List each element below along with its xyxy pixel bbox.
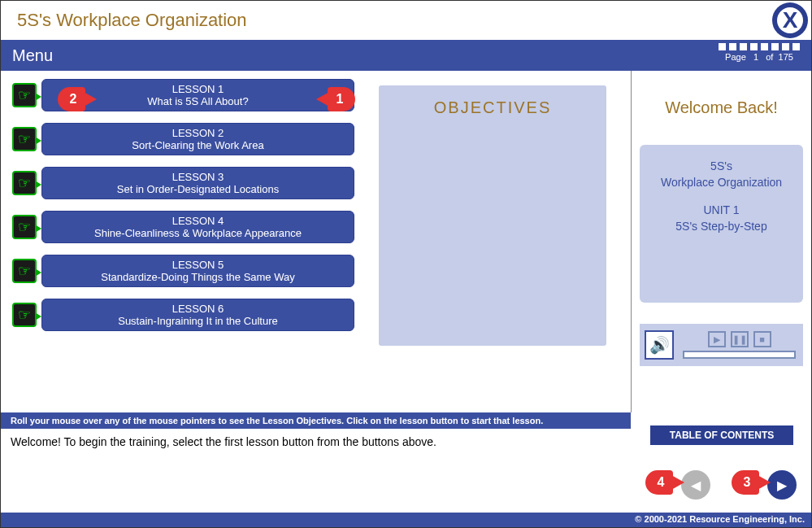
callout-3: 3 bbox=[732, 470, 759, 495]
close-icon: X bbox=[772, 2, 808, 38]
lesson-row-2: ☞ LESSON 2 Sort-Clearing the Work Area bbox=[12, 123, 354, 155]
pointer-icon[interactable]: ☞ bbox=[12, 83, 37, 107]
pointer-icon[interactable]: ☞ bbox=[12, 171, 37, 195]
instruction-bar: Roll your mouse over any of the mouse po… bbox=[1, 412, 631, 429]
forward-button[interactable] bbox=[767, 470, 797, 500]
course-title: 5S's Workplace Organization bbox=[17, 10, 247, 31]
pause-icon: ❚❚ bbox=[732, 334, 747, 345]
lesson-row-3: ☞ LESSON 3 Set in Order-Designated Locat… bbox=[12, 167, 354, 199]
close-button[interactable]: X bbox=[772, 2, 808, 38]
stop-icon: ■ bbox=[759, 334, 765, 344]
table-of-contents-button[interactable]: TABLE OF CONTENTS bbox=[650, 425, 793, 445]
play-icon: ▶ bbox=[714, 334, 720, 345]
sidebar: Welcome Back! 5S's Workplace Organizatio… bbox=[631, 71, 811, 412]
stop-button[interactable]: ■ bbox=[753, 331, 771, 347]
objectives-heading: OBJECTIVES bbox=[379, 85, 606, 117]
sound-button[interactable]: 🔊 bbox=[645, 330, 674, 360]
footer-copyright: © 2000-2021 Resource Engineering, Inc. bbox=[1, 513, 811, 527]
callout-2: 2 bbox=[58, 87, 85, 111]
welcome-heading: Welcome Back! bbox=[640, 79, 803, 145]
pointer-icon[interactable]: ☞ bbox=[12, 259, 37, 283]
pointer-icon[interactable]: ☞ bbox=[12, 303, 37, 327]
menu-label: Menu bbox=[12, 46, 53, 65]
page-counter: Page 1 of 175 bbox=[719, 43, 800, 62]
lesson-row-6: ☞ LESSON 6 Sustain-Ingraining It in the … bbox=[12, 299, 354, 331]
objectives-panel: OBJECTIVES bbox=[379, 85, 606, 346]
media-controls: 🔊 ▶ ❚❚ ■ bbox=[640, 324, 803, 366]
lesson-button-6[interactable]: LESSON 6 Sustain-Ingraining It in the Cu… bbox=[41, 299, 354, 331]
course-info-box: 5S's Workplace Organization UNIT 1 5S's … bbox=[640, 145, 803, 303]
menu-bar: Menu Page 1 of 175 bbox=[1, 40, 811, 71]
welcome-message: Welcome! To begin the training, select t… bbox=[1, 429, 619, 455]
pointer-icon[interactable]: ☞ bbox=[12, 127, 37, 151]
pause-button[interactable]: ❚❚ bbox=[731, 331, 749, 347]
callout-4: 4 bbox=[645, 470, 673, 495]
lesson-button-3[interactable]: LESSON 3 Set in Order-Designated Locatio… bbox=[41, 167, 354, 199]
progress-bar[interactable] bbox=[683, 351, 796, 359]
back-button[interactable] bbox=[681, 470, 710, 500]
speaker-icon: 🔊 bbox=[649, 335, 670, 355]
title-bar: 5S's Workplace Organization X bbox=[1, 1, 811, 40]
lesson-row-5: ☞ LESSON 5 Standardize-Doing Things the … bbox=[12, 255, 354, 287]
play-button[interactable]: ▶ bbox=[708, 331, 726, 347]
lesson-list: ☞ LESSON 1 What is 5S All About? ☞ LESSO… bbox=[1, 79, 363, 412]
pointer-icon[interactable]: ☞ bbox=[12, 215, 37, 239]
main-panel: ☞ LESSON 1 What is 5S All About? ☞ LESSO… bbox=[1, 71, 631, 412]
lesson-row-4: ☞ LESSON 4 Shine-Cleanliness & Workplace… bbox=[12, 211, 354, 243]
lesson-button-2[interactable]: LESSON 2 Sort-Clearing the Work Area bbox=[41, 123, 354, 155]
lesson-button-4[interactable]: LESSON 4 Shine-Cleanliness & Workplace A… bbox=[41, 211, 354, 243]
lesson-button-5[interactable]: LESSON 5 Standardize-Doing Things the Sa… bbox=[41, 255, 354, 287]
callout-1: 1 bbox=[328, 87, 355, 111]
progress-squares bbox=[719, 43, 800, 50]
